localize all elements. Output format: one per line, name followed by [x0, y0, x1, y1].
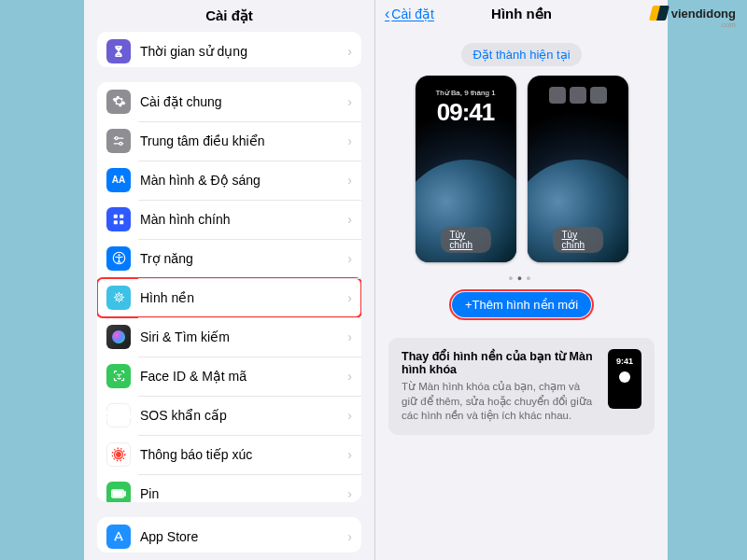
chevron-right-icon: ›	[347, 486, 352, 501]
svg-point-11	[118, 254, 120, 256]
homescreen-preview[interactable]: Tùy chỉnh	[528, 76, 628, 262]
settings-group-store: App Store ›	[97, 517, 361, 553]
svg-point-13	[115, 294, 122, 301]
home-screen-label: Màn hình chính	[140, 212, 347, 227]
settings-row-screen-time[interactable]: Thời gian sử dụng ›	[97, 32, 361, 67]
chevron-right-icon: ›	[347, 408, 352, 423]
settings-row-wallpaper[interactable]: Hình nền ›	[97, 278, 361, 317]
accessibility-icon	[106, 246, 131, 271]
svg-rect-8	[114, 220, 118, 224]
gear-icon	[106, 90, 131, 114]
settings-row-control-center[interactable]: Trung tâm điều khiển ›	[97, 121, 361, 161]
settings-row-general[interactable]: Cài đặt chung ›	[97, 82, 361, 121]
sliders-icon	[106, 129, 131, 153]
brand-name: viendidong	[671, 7, 736, 21]
settings-row-siri[interactable]: Siri & Tìm kiếm ›	[97, 317, 361, 357]
accessibility-label: Trợ năng	[140, 251, 347, 266]
customize-homescreen-button[interactable]: Tùy chỉnh	[553, 227, 603, 253]
chevron-right-icon: ›	[347, 529, 352, 544]
sos-icon: SOS	[106, 403, 131, 427]
screen-time-label: Thời gian sử dụng	[140, 44, 347, 59]
tip-card: Thay đổi hình nền của bạn từ Màn hình kh…	[388, 338, 655, 435]
svg-rect-9	[120, 220, 123, 224]
sos-label: SOS khẩn cấp	[140, 408, 347, 423]
appstore-label: App Store	[140, 529, 347, 544]
battery-label: Pin	[140, 486, 347, 501]
grid-icon	[106, 207, 131, 231]
chevron-right-icon: ›	[347, 369, 352, 384]
brand-sub: .com	[720, 21, 736, 29]
svg-point-0	[115, 136, 118, 139]
tip-thumbnail: 9:41	[608, 349, 641, 409]
battery-icon	[106, 482, 131, 503]
faceid-icon	[106, 364, 131, 388]
chevron-right-icon: ›	[347, 290, 352, 305]
svg-point-12	[117, 296, 120, 300]
settings-row-battery[interactable]: Pin ›	[97, 474, 361, 503]
settings-row-accessibility[interactable]: Trợ năng ›	[97, 239, 361, 278]
wallpaper-icon	[106, 286, 131, 310]
settings-row-faceid[interactable]: Face ID & Mật mã ›	[97, 357, 361, 396]
chevron-right-icon: ›	[347, 447, 352, 462]
siri-icon	[106, 325, 131, 349]
chevron-right-icon: ›	[347, 133, 352, 148]
svg-point-3	[120, 142, 122, 145]
chevron-right-icon: ›	[347, 44, 352, 59]
settings-row-sos[interactable]: SOS SOS khẩn cấp ›	[97, 396, 361, 435]
tip-thumb-dot	[619, 371, 630, 383]
general-label: Cài đặt chung	[140, 94, 347, 109]
preview-time: 09:41	[416, 98, 516, 127]
settings-panel: Cài đặt Thời gian sử dụng › Cài đặt chun…	[84, 0, 375, 560]
settings-row-home-screen[interactable]: Màn hình chính ›	[97, 200, 361, 239]
lockscreen-preview[interactable]: Thứ Ba, 9 tháng 1 09:41 Tùy chỉnh	[416, 76, 516, 262]
hourglass-icon	[106, 39, 131, 63]
chevron-right-icon: ›	[347, 94, 352, 109]
brand-logo: viendidong .com	[651, 6, 736, 21]
settings-group-top: Thời gian sử dụng ›	[97, 32, 361, 67]
settings-row-display[interactable]: AA Màn hình & Độ sáng ›	[97, 161, 361, 200]
chevron-right-icon: ›	[347, 329, 352, 344]
siri-label: Siri & Tìm kiếm	[140, 329, 347, 344]
settings-group-main: Cài đặt chung › Trung tâm điều khiển › A…	[97, 82, 361, 503]
exposure-label: Thông báo tiếp xúc	[140, 447, 347, 462]
chevron-right-icon: ›	[347, 212, 352, 227]
preview-widgets	[528, 87, 628, 104]
back-label: Cài đặt	[391, 7, 434, 21]
svg-rect-6	[114, 214, 118, 217]
faceid-label: Face ID & Mật mã	[140, 369, 347, 384]
customize-lockscreen-button[interactable]: Tùy chỉnh	[441, 227, 491, 253]
set-current-button[interactable]: Đặt thành hiện tại	[461, 43, 581, 66]
svg-rect-19	[113, 491, 122, 496]
preview-date: Thứ Ba, 9 tháng 1	[416, 89, 516, 97]
svg-rect-7	[120, 214, 123, 217]
add-wallpaper-button[interactable]: +Thêm hình nền mới	[452, 292, 591, 317]
add-wallpaper-label: Thêm hình nền mới	[472, 298, 579, 312]
display-label: Màn hình & Độ sáng	[140, 173, 347, 188]
settings-title: Cài đặt	[84, 0, 374, 30]
plus-icon: +	[465, 298, 472, 312]
settings-row-appstore[interactable]: App Store ›	[97, 517, 361, 553]
tip-thumb-time: 9:41	[616, 357, 633, 366]
chevron-right-icon: ›	[347, 173, 352, 188]
chevron-left-icon: ‹	[385, 6, 389, 22]
wallpaper-previews: Thứ Ba, 9 tháng 1 09:41 Tùy chỉnh Tùy ch…	[375, 76, 668, 262]
control-center-label: Trung tâm điều khiển	[140, 133, 347, 148]
wallpaper-panel: ‹ Cài đặt Hình nền Đặt thành hiện tại Th…	[375, 0, 668, 560]
svg-rect-18	[124, 492, 125, 496]
back-button[interactable]: ‹ Cài đặt	[385, 6, 434, 22]
settings-row-exposure[interactable]: Thông báo tiếp xúc ›	[97, 435, 361, 474]
tip-body: Từ Màn hình khóa của bạn, chạm và giữ để…	[402, 380, 597, 424]
wallpaper-label: Hình nền	[140, 290, 347, 305]
appstore-icon	[106, 525, 131, 549]
text-size-icon: AA	[106, 168, 131, 192]
chevron-right-icon: ›	[347, 251, 352, 266]
tip-title: Thay đổi hình nền của bạn từ Màn hình kh…	[402, 349, 597, 376]
page-dots: ●●●	[375, 273, 668, 283]
svg-point-14	[117, 452, 121, 456]
exposure-icon	[106, 442, 131, 467]
